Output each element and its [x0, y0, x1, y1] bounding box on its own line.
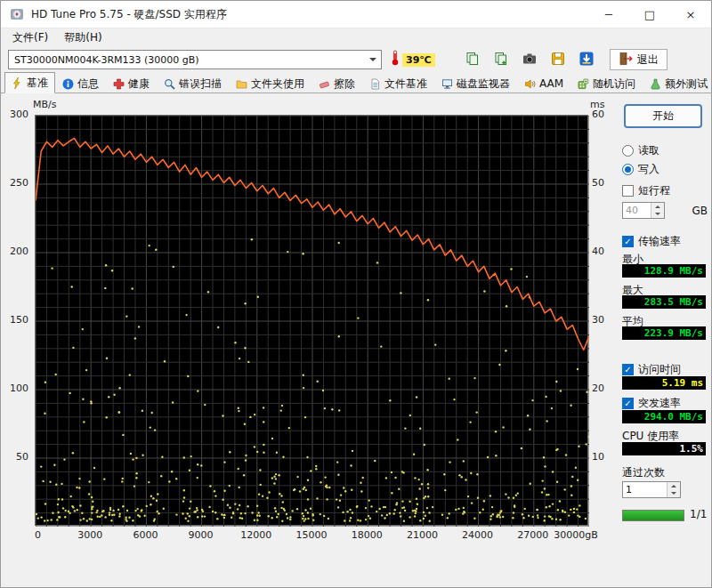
error-scan-icon — [164, 78, 175, 90]
y-right-tick: 50 — [592, 177, 604, 189]
y-axis-left: 30025020015010050 — [1, 115, 31, 526]
tab-erase[interactable]: 擦除 — [312, 74, 362, 93]
progress-bar — [622, 510, 684, 521]
tab-speaker[interactable]: AAM — [517, 74, 570, 93]
minimize-button[interactable]: ─ — [588, 1, 629, 28]
tab-label: 信息 — [77, 77, 99, 92]
stroke-size-stepper[interactable] — [622, 202, 665, 219]
x-axis-tick: 12000 — [240, 529, 271, 541]
menu-item-1[interactable]: 帮助(H) — [56, 28, 109, 47]
y-axis-right: 605040302010 — [592, 115, 615, 526]
flask-icon — [650, 78, 661, 90]
start-button[interactable]: 开始 — [624, 104, 702, 128]
write-label: 写入 — [638, 162, 659, 177]
access-time-checkbox[interactable]: ✓ — [622, 364, 634, 375]
close-button[interactable]: × — [670, 1, 711, 28]
x-axis-tick: 15000 — [296, 529, 328, 541]
tab-info[interactable]: 信息 — [55, 74, 106, 93]
min-value: 128.9 MB/s — [622, 264, 706, 278]
tab-folder[interactable]: 文件夹使用 — [229, 74, 312, 93]
write-radio[interactable] — [622, 164, 634, 175]
toolbar: ST30000NM004K-3RM133 (30000 gB) 39℃ 退出 — [1, 47, 711, 72]
maximize-button[interactable]: □ — [629, 1, 670, 28]
hd-tune-window: HD Tune Pro 5.75 - 硬盘/SSD 实用程序 ─ □ × 文件(… — [0, 0, 712, 588]
tab-label: 随机访问 — [593, 77, 635, 92]
y-right-tick: 20 — [592, 383, 604, 394]
read-radio-row[interactable]: 读取 — [622, 143, 708, 158]
chevron-down-icon[interactable] — [365, 51, 381, 68]
stroke-size-row: GB — [622, 202, 708, 219]
pass-count-stepper[interactable] — [622, 481, 681, 498]
stroke-size-input[interactable] — [623, 203, 651, 218]
avg-value: 223.9 MB/s — [622, 326, 706, 340]
dice-icon — [578, 78, 589, 90]
read-radio[interactable] — [622, 145, 634, 157]
copy-icon — [465, 52, 480, 68]
burst-rate-value: 294.0 MB/s — [622, 410, 706, 423]
tab-label: AAM — [539, 77, 563, 90]
y-left-tick: 150 — [10, 314, 28, 326]
transfer-rate-row[interactable]: ✓ 传输速率 — [622, 234, 708, 249]
burst-rate-row[interactable]: ✓ 突发速率 — [622, 396, 708, 411]
progress-label: 1/1 — [690, 508, 707, 520]
tab-label: 额外测试 — [665, 77, 708, 92]
app-icon — [10, 7, 24, 21]
y-left-tick: 200 — [10, 246, 28, 257]
y-left-tick: 50 — [16, 451, 28, 463]
tab-label: 文件夹使用 — [251, 77, 304, 92]
erase-icon — [319, 78, 330, 90]
window-controls: ─ □ × — [588, 1, 711, 28]
tab-benchmark[interactable]: 基准 — [4, 72, 55, 93]
thermometer-icon — [391, 50, 400, 69]
max-value: 283.5 MB/s — [622, 295, 706, 309]
speaker-icon — [524, 78, 536, 90]
window-title: HD Tune Pro 5.75 - 硬盘/SSD 实用程序 — [31, 7, 227, 22]
menu-item-0[interactable]: 文件(F) — [4, 28, 56, 47]
transfer-rate-label: 传输速率 — [638, 234, 681, 249]
cpu-usage-value: 1.5% — [622, 442, 706, 455]
read-label: 读取 — [638, 143, 659, 158]
write-radio-row[interactable]: 写入 — [622, 162, 708, 177]
exit-button[interactable]: 退出 — [610, 49, 668, 70]
x-axis-tick: 3000 — [77, 529, 102, 541]
access-time-row[interactable]: ✓ 访问时间 — [622, 362, 708, 377]
titlebar: HD Tune Pro 5.75 - 硬盘/SSD 实用程序 ─ □ × — [1, 1, 711, 28]
camera-icon — [522, 52, 537, 68]
stroke-down-icon[interactable] — [651, 211, 664, 219]
tab-health[interactable]: 健康 — [106, 74, 157, 93]
camera-button[interactable] — [519, 49, 540, 70]
folder-icon — [236, 78, 247, 90]
copy-button[interactable] — [462, 49, 483, 70]
y-right-tick: 60 — [592, 109, 604, 120]
pass-count-input[interactable] — [623, 482, 667, 497]
short-stroke-checkbox[interactable] — [622, 185, 634, 197]
download-button[interactable] — [576, 49, 597, 70]
x-axis-tick: 21000 — [407, 529, 438, 541]
pass-up-icon[interactable] — [668, 482, 680, 490]
save-button[interactable] — [547, 49, 569, 70]
progress-bar-fill — [623, 511, 684, 520]
copy-add-button[interactable] — [490, 49, 512, 70]
tab-label: 错误扫描 — [179, 77, 222, 92]
disk-monitor-icon — [441, 78, 453, 90]
drive-select[interactable]: ST30000NM004K-3RM133 (30000 gB) — [8, 50, 382, 69]
stroke-up-icon[interactable] — [651, 203, 664, 211]
access-time-value: 5.19 ms — [622, 376, 706, 390]
temperature-indicator: 39℃ — [391, 50, 435, 69]
tab-dice[interactable]: 随机访问 — [570, 74, 643, 93]
tab-error-scan[interactable]: 错误扫描 — [157, 74, 229, 93]
y-right-tick: 40 — [592, 246, 604, 257]
tab-flask[interactable]: 额外测试 — [643, 74, 712, 93]
tab-label: 基准 — [27, 76, 48, 91]
tab-disk-monitor[interactable]: 磁盘监视器 — [434, 74, 517, 93]
short-stroke-row[interactable]: 短行程 — [622, 183, 708, 198]
burst-rate-checkbox[interactable]: ✓ — [622, 398, 634, 409]
tab-file-benchmark[interactable]: 文件基准 — [362, 74, 434, 93]
pass-down-icon[interactable] — [668, 490, 680, 498]
x-axis-tick: 6000 — [133, 529, 158, 541]
transfer-rate-checkbox[interactable]: ✓ — [622, 236, 634, 247]
y-left-tick: 250 — [10, 177, 28, 189]
x-axis-tick: 0 — [35, 529, 41, 541]
tab-label: 健康 — [128, 77, 150, 92]
chart-area: MB/s ms 30025020015010050 605040302010 0… — [1, 93, 615, 588]
